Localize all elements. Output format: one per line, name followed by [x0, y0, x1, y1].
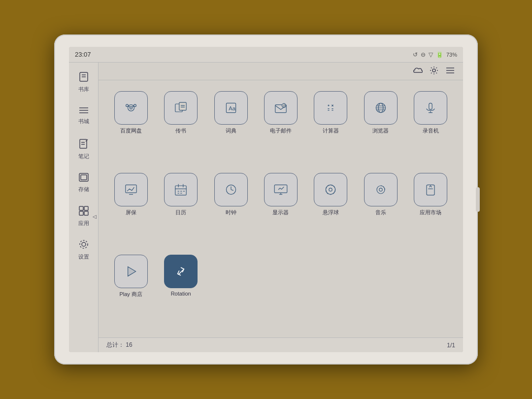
- app-icon-float-ball: [314, 173, 347, 206]
- app-label-browser: 浏览器: [372, 127, 389, 134]
- svg-rect-83: [427, 185, 434, 195]
- app-market[interactable]: 应用市场: [408, 170, 453, 248]
- app-icon-email: @: [264, 91, 298, 125]
- app-icon-display: [264, 173, 298, 206]
- sidebar-item-apps[interactable]: 应用 ◁: [71, 200, 97, 233]
- app-label-calendar: 日历: [175, 209, 186, 216]
- sidebar-label-library: 书库: [78, 86, 89, 93]
- app-icon-playstore: [114, 255, 148, 288]
- app-label-baidu-drive: 百度网盘: [120, 127, 142, 134]
- app-label-market: 应用市场: [420, 209, 441, 216]
- app-music[interactable]: 音乐: [358, 170, 403, 248]
- app-browser[interactable]: 浏览器: [358, 88, 403, 166]
- footer-bar: 总计： 16 1/1: [99, 337, 463, 352]
- app-label-transfer: 传书: [175, 127, 186, 134]
- status-bar: 23:07 ↺ ⊖ ▽ 🔋 73%: [69, 47, 463, 63]
- cloud-toolbar-icon[interactable]: [413, 66, 423, 76]
- app-label-float-ball: 悬浮球: [323, 209, 339, 216]
- app-playstore[interactable]: Play 商店: [108, 252, 153, 330]
- svg-rect-58: [429, 103, 432, 109]
- app-clock[interactable]: 时钟: [208, 170, 253, 248]
- app-display[interactable]: 显示器: [258, 170, 303, 248]
- app-grid: 百度网盘 传书: [99, 80, 463, 337]
- app-label-clock: 时钟: [226, 209, 236, 216]
- app-label-music: 音乐: [375, 209, 386, 216]
- sidebar-item-library[interactable]: 书库: [71, 66, 97, 99]
- svg-point-16: [82, 242, 86, 246]
- svg-rect-13: [84, 206, 88, 210]
- svg-rect-14: [79, 211, 83, 215]
- apps-icon: [78, 205, 89, 218]
- app-baidu-drive[interactable]: 百度网盘: [108, 88, 153, 166]
- sidebar-item-notes[interactable]: 笔记: [71, 133, 97, 166]
- svg-rect-61: [126, 185, 136, 193]
- battery-level: 73%: [446, 52, 457, 58]
- app-email[interactable]: @ 电子邮件: [258, 88, 303, 166]
- side-button[interactable]: [476, 187, 480, 212]
- sidebar-item-store[interactable]: 书城: [71, 99, 97, 133]
- svg-line-25: [436, 67, 437, 68]
- app-calculator[interactable]: 计算器: [308, 88, 353, 166]
- settings-icon: [78, 239, 89, 251]
- light-toolbar-icon[interactable]: [430, 66, 438, 77]
- svg-line-23: [431, 67, 432, 68]
- content-pane: 百度网盘 传书: [99, 63, 463, 352]
- app-label-rotation: Rotation: [171, 291, 191, 297]
- app-icon-music: [364, 173, 398, 206]
- svg-point-18: [432, 69, 435, 72]
- sidebar: 书库 书城: [69, 63, 99, 352]
- app-label-display: 显示器: [272, 209, 289, 216]
- svg-point-33: [126, 104, 128, 107]
- sidebar-item-settings[interactable]: 设置: [71, 233, 97, 266]
- main-area: 书库 书城: [69, 63, 463, 352]
- app-label-dictionary: 词典: [226, 127, 236, 134]
- app-transfer[interactable]: 传书: [158, 88, 203, 166]
- footer-page: 1/1: [447, 342, 455, 349]
- svg-rect-6: [80, 139, 87, 148]
- app-icon-screensaver: [114, 173, 148, 206]
- footer-total: 总计： 16: [106, 341, 133, 349]
- svg-point-32: [133, 104, 136, 107]
- app-dictionary[interactable]: Aa 词典: [208, 88, 253, 166]
- device-body: 23:07 ↺ ⊖ ▽ 🔋 73%: [54, 34, 478, 365]
- app-label-screensaver: 屏保: [126, 209, 136, 216]
- storage-icon: [78, 172, 89, 184]
- sidebar-item-storage[interactable]: 存储: [71, 166, 97, 200]
- menu-toolbar-icon[interactable]: [445, 66, 455, 76]
- app-icon-market: [414, 173, 447, 206]
- app-icon-clock: [214, 173, 248, 206]
- app-label-playstore: Play 商店: [119, 291, 142, 298]
- app-screensaver[interactable]: 屏保: [108, 170, 153, 248]
- sidebar-label-apps: 应用: [78, 220, 89, 227]
- svg-text:@: @: [283, 104, 286, 107]
- svg-point-80: [329, 188, 332, 191]
- app-float-ball[interactable]: 悬浮球: [308, 170, 353, 248]
- svg-rect-63: [175, 186, 186, 195]
- clock: 23:07: [75, 51, 91, 58]
- notes-icon: [79, 138, 89, 151]
- app-recorder[interactable]: 录音机: [408, 88, 453, 166]
- sidebar-label-settings: 设置: [78, 253, 89, 261]
- collapse-indicator: ◁: [93, 214, 97, 219]
- sidebar-label-notes: 笔记: [78, 153, 89, 160]
- svg-rect-15: [84, 211, 88, 215]
- app-icon-dictionary: Aa: [214, 91, 248, 125]
- refresh-icon: ↺: [413, 51, 418, 58]
- svg-rect-12: [79, 206, 83, 210]
- app-icon-baidu-drive: [114, 91, 148, 125]
- battery-icon: 🔋: [436, 51, 443, 58]
- app-icon-rotation: [164, 255, 198, 288]
- svg-line-26: [431, 72, 432, 73]
- svg-rect-11: [81, 175, 87, 180]
- app-rotation[interactable]: Rotation: [158, 252, 203, 330]
- status-icons: ↺ ⊖ ▽ 🔋 73%: [413, 51, 457, 58]
- app-icon-transfer: [164, 91, 198, 125]
- app-label-email: 电子邮件: [270, 127, 292, 134]
- app-calendar[interactable]: 日历: [158, 170, 203, 248]
- app-label-calculator: 计算器: [323, 127, 339, 134]
- app-icon-browser: [364, 91, 398, 125]
- content-toolbar: [99, 63, 463, 80]
- app-icon-calendar: [164, 173, 198, 206]
- svg-line-24: [436, 72, 437, 73]
- svg-rect-37: [179, 102, 186, 110]
